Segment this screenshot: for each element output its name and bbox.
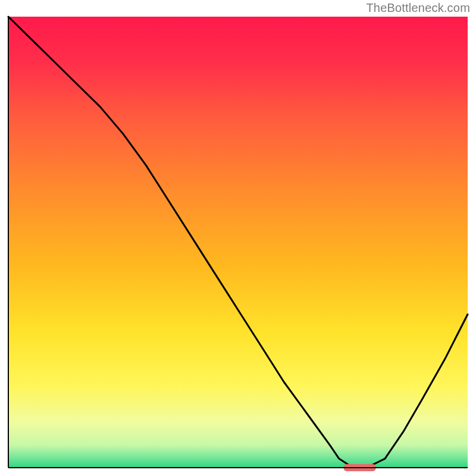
chart-container: TheBottleneck.com	[0, 0, 476, 476]
chart-svg	[0, 0, 476, 476]
attribution-text: TheBottleneck.com	[366, 1, 470, 15]
